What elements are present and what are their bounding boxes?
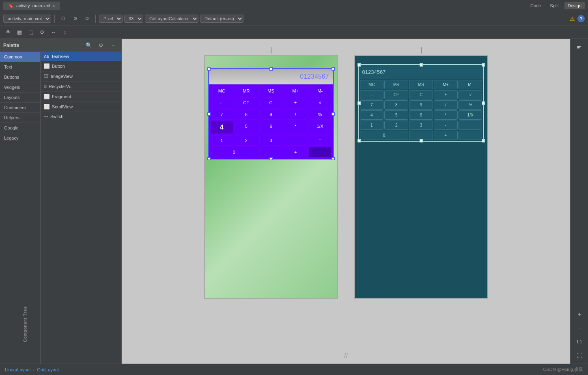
d-btn-c[interactable]: C: [409, 90, 433, 99]
palette-item-button[interactable]: ⬜ Button: [41, 61, 121, 71]
file-dropdown[interactable]: activity_main.xml: [3, 15, 51, 23]
calculator-widget-2[interactable]: 01234567 MC MR MS M+ M- ← CE C ± √: [358, 64, 484, 142]
design-surface-button[interactable]: ⬚: [26, 28, 36, 37]
help-icon[interactable]: ?: [577, 15, 585, 22]
d-btn-dot[interactable]: .: [409, 131, 433, 140]
handle-tm[interactable]: [269, 67, 273, 71]
calc-btn-eq1[interactable]: =: [308, 135, 332, 146]
calc-btn-5[interactable]: 5: [235, 121, 258, 134]
d-handle-bm[interactable]: [420, 139, 423, 142]
palette-cat-google[interactable]: Google: [0, 123, 40, 133]
locale-dropdown[interactable]: Default (en-us): [200, 15, 243, 23]
calc-btn-c[interactable]: C: [259, 97, 283, 108]
d-btn-8[interactable]: 8: [384, 100, 408, 110]
palette-collapse-icon[interactable]: −: [108, 41, 118, 50]
d-btn-mc[interactable]: MC: [360, 80, 384, 89]
palette-item-scrollview[interactable]: ⬜ ScrollView: [41, 102, 121, 112]
calc-btn-mplus[interactable]: M+: [284, 86, 307, 96]
calc-btn-7[interactable]: 7: [210, 109, 234, 120]
d-btn-5[interactable]: 5: [384, 110, 408, 120]
d-btn-9[interactable]: 9: [409, 100, 433, 110]
calc-btn-dot[interactable]: .: [259, 147, 283, 157]
cursor-tool-button[interactable]: ☛: [573, 41, 586, 54]
palette-cat-layouts[interactable]: Layouts: [0, 93, 40, 103]
fit-screen-button[interactable]: ⛶: [573, 349, 586, 362]
calc-btn-mr[interactable]: MR: [235, 86, 258, 96]
calc-btn-ce[interactable]: CE: [235, 97, 258, 108]
force-refresh-button[interactable]: ⟳: [37, 28, 47, 37]
d-handle-tm[interactable]: [420, 63, 423, 67]
calc-btn-plus[interactable]: +: [284, 147, 307, 157]
d-btn-sqrt[interactable]: √: [459, 90, 482, 99]
zoom-out-button[interactable]: −: [573, 321, 586, 334]
file-tab[interactable]: 🔖 activity_main.xml ×: [3, 2, 60, 10]
d-handle-br[interactable]: [482, 139, 485, 142]
calc-btn-ms[interactable]: MS: [259, 86, 283, 96]
d-btn-mr[interactable]: MR: [384, 80, 408, 89]
palette-item-switch[interactable]: ●● Switch: [41, 112, 121, 121]
api-dropdown[interactable]: 33: [124, 15, 143, 23]
handle-bm[interactable]: [269, 157, 273, 160]
palette-item-recyclerview[interactable]: ≡ RecyclerVi...: [41, 82, 121, 92]
d-handle-ml[interactable]: [358, 101, 361, 105]
tab-close-icon[interactable]: ×: [53, 4, 55, 8]
vertical-align-button[interactable]: ↕: [60, 28, 70, 37]
d-handle-tr[interactable]: [482, 63, 485, 67]
palette-cat-containers[interactable]: Containers: [0, 103, 40, 113]
calc-btn-6[interactable]: 6: [259, 121, 283, 134]
calc-btn-mminus[interactable]: M-: [308, 86, 332, 96]
palette-cat-text[interactable]: Text: [0, 62, 40, 72]
calc-btn-4[interactable]: 4: [210, 121, 234, 134]
palette-cat-buttons[interactable]: Buttons: [0, 72, 40, 82]
d-btn-ce[interactable]: CE: [384, 90, 408, 99]
palette-cat-common[interactable]: Common: [0, 52, 40, 62]
calc-btn-3[interactable]: 3: [259, 135, 283, 146]
split-view-button[interactable]: Split: [547, 2, 562, 9]
d-handle-mr[interactable]: [482, 101, 485, 105]
calc-btn-eq2[interactable]: [308, 147, 332, 157]
code-view-button[interactable]: Code: [527, 2, 544, 9]
breadcrumb-linearlayout[interactable]: LinearLayout: [5, 367, 31, 372]
d-btn-pm[interactable]: ±: [434, 90, 458, 99]
d-btn-0[interactable]: 0: [360, 131, 409, 140]
handle-tl[interactable]: [207, 67, 211, 71]
calc-btn-minus[interactable]: -: [284, 135, 307, 146]
design-canvas[interactable]: 01234567 MC MR MS M+ M- ← CE C: [122, 39, 570, 364]
handle-ml[interactable]: [207, 112, 211, 116]
d-btn-6[interactable]: 6: [409, 110, 433, 120]
blueprint-button[interactable]: ▦: [15, 28, 24, 37]
handle-mr[interactable]: [332, 112, 335, 116]
d-btn-mul[interactable]: *: [434, 110, 458, 120]
calc-btn-percent[interactable]: %: [308, 109, 332, 120]
d-btn-eq1[interactable]: [459, 121, 482, 130]
calc-btn-0[interactable]: 0: [210, 147, 258, 157]
calc-btn-2[interactable]: 2: [235, 135, 258, 146]
phone-screen-2[interactable]: 01234567 MC MR MS M+ M- ← CE C ± √: [354, 55, 488, 299]
d-handle-bl[interactable]: [358, 139, 361, 142]
calc-btn-mul[interactable]: *: [284, 121, 307, 134]
zoom-ratio-button[interactable]: 1:1: [573, 335, 586, 348]
d-btn-inv[interactable]: 1/X: [459, 110, 482, 120]
design-view-button[interactable]: Design: [564, 2, 585, 9]
palette-search-icon[interactable]: 🔍: [84, 41, 94, 50]
handle-tr[interactable]: [332, 67, 335, 71]
calc-btn-sqrt[interactable]: √: [308, 97, 332, 108]
palette-item-imageview[interactable]: 🖼 ImageView: [41, 71, 121, 82]
palette-item-textview[interactable]: Ab TextView: [41, 52, 121, 61]
d-btn-mminus[interactable]: M-: [459, 80, 482, 89]
viewport-button[interactable]: ⊙: [82, 15, 92, 22]
d-btn-pct[interactable]: %: [459, 100, 482, 110]
calculator-widget-1[interactable]: 01234567 MC MR MS M+ M- ← CE C: [208, 68, 334, 159]
phone-screen-1[interactable]: 01234567 MC MR MS M+ M- ← CE C: [204, 55, 338, 299]
palette-cat-widgets[interactable]: Widgets: [0, 82, 40, 93]
project-dropdown[interactable]: GriLayoutCalculator: [145, 15, 198, 23]
palette-cat-helpers[interactable]: Helpers: [0, 113, 40, 123]
breadcrumb-gridlayout[interactable]: GridLayout: [37, 367, 59, 372]
d-btn-3[interactable]: 3: [409, 121, 433, 130]
d-btn-minus[interactable]: -: [434, 121, 458, 130]
d-btn-4[interactable]: 4: [360, 110, 384, 120]
calc-btn-div[interactable]: /: [284, 109, 307, 120]
horizontal-align-button[interactable]: ↔: [49, 28, 58, 37]
d-btn-mplus[interactable]: M+: [434, 80, 458, 89]
d-btn-div[interactable]: /: [434, 100, 458, 110]
